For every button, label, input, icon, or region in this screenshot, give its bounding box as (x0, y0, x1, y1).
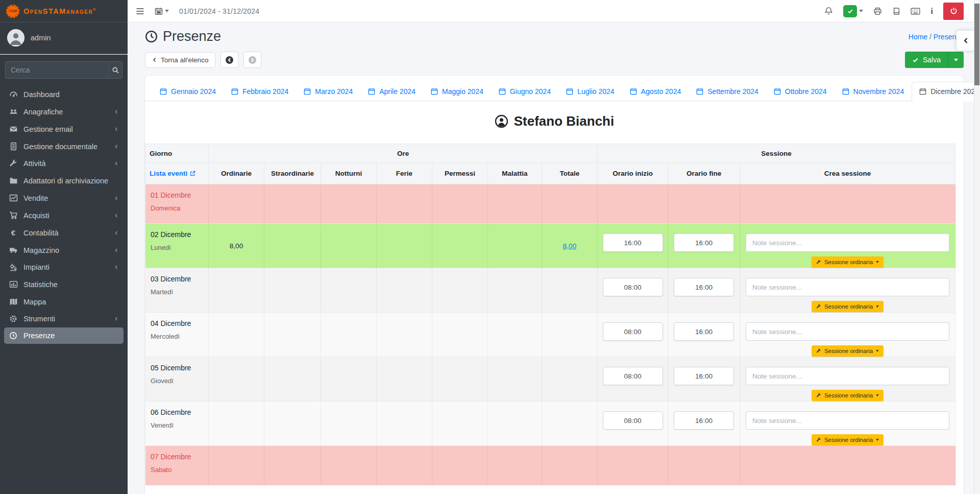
day-cell: 02 DicembreLunedì (145, 224, 209, 268)
users-icon (9, 107, 18, 116)
sidebar-item-statistiche[interactable]: Statistiche (4, 276, 124, 293)
session-note-input[interactable] (746, 411, 949, 430)
print-button[interactable] (873, 7, 882, 15)
scrollbar-track[interactable] (974, 0, 980, 494)
start-time-input[interactable] (603, 411, 663, 430)
session-cell: Sessione ordinaria (740, 357, 955, 402)
tab-settembre-2024[interactable]: Settembre 2024 (689, 82, 766, 101)
session-note-input[interactable] (746, 278, 949, 296)
tab-agosto-2024[interactable]: Agosto 2024 (622, 82, 689, 101)
menu-toggle-button[interactable] (136, 8, 144, 15)
tab-febbraio-2024[interactable]: Febbraio 2024 (224, 82, 296, 101)
calendar-icon (155, 7, 163, 15)
save-button[interactable]: Salva (905, 52, 948, 68)
end-time-input[interactable] (674, 367, 734, 385)
tab-gennaio-2024[interactable]: Gennaio 2024 (152, 82, 224, 101)
end-time-input[interactable] (674, 278, 734, 296)
end-time-cell (668, 313, 740, 357)
sidebar-item-anagrafiche[interactable]: Anagrafiche (4, 103, 124, 120)
sidebar: OSM OpenSTAManager® admin Dashboard Anag… (0, 0, 128, 494)
bell-icon (824, 7, 833, 16)
sidebar-item-vendite[interactable]: Vendite (4, 190, 124, 206)
start-time-input[interactable] (603, 367, 663, 385)
user-name[interactable]: admin (31, 34, 51, 42)
sidebar-item-presenze[interactable]: Presenze (4, 327, 124, 344)
start-time-input[interactable] (603, 322, 663, 341)
event-list-link[interactable]: Lista eventi (150, 170, 195, 177)
sidebar-item-dashboard[interactable]: Dashboard (4, 86, 124, 103)
sidebar-item-label: Impianti (23, 263, 50, 271)
chevron-left-icon (114, 127, 119, 132)
clock-icon (9, 332, 18, 340)
docs-button[interactable] (892, 7, 900, 15)
tab-luglio-2024[interactable]: Luglio 2024 (558, 82, 622, 101)
create-session-button[interactable]: Sessione ordinaria (812, 301, 884, 312)
tab-maggio-2024[interactable]: Maggio 2024 (423, 82, 491, 101)
empty-cell (264, 357, 321, 402)
truck-icon (9, 246, 18, 254)
calendar-icon (566, 88, 573, 95)
sidebar-item-strumenti[interactable]: Strumenti (4, 311, 124, 327)
end-time-cell (668, 224, 740, 268)
session-cell: Sessione ordinaria (740, 224, 955, 268)
sidebar-item-adattatori[interactable]: Adattatori di archiviazione (4, 172, 124, 189)
search-button[interactable] (108, 61, 122, 79)
breadcrumb-home-link[interactable]: Home (909, 33, 927, 41)
create-session-button[interactable]: Sessione ordinaria (812, 434, 884, 445)
session-note-input[interactable] (746, 233, 949, 252)
sidebar-item-gestione-email[interactable]: Gestione email (4, 121, 124, 137)
tab-novembre-2024[interactable]: Novembre 2024 (835, 82, 912, 101)
sidebar-item-magazzino[interactable]: Magazzino (4, 242, 124, 258)
start-time-cell (598, 313, 668, 357)
search-input[interactable] (5, 61, 108, 79)
create-session-button[interactable]: Sessione ordinaria (812, 256, 884, 268)
sidebar-item-gestione-documentale[interactable]: Gestione documentale (4, 138, 124, 155)
sidebar-item-contabilita[interactable]: € Contabilità (4, 224, 124, 241)
ordinarie-value: 8,00 (209, 224, 264, 268)
empty-cell (488, 446, 542, 485)
start-time-input[interactable] (603, 278, 663, 296)
period-filter[interactable]: 01/01/2024 - 31/12/2024 (179, 7, 259, 15)
table-row-day-02: 02 DicembreLunedì 8,00 8,00 Sessione ord… (145, 224, 955, 268)
empty-cell (432, 268, 488, 313)
employee-heading: Stefano Bianchi (145, 113, 964, 129)
table-row-day-04: 04 DicembreMercoledì Sessione ordinaria (145, 313, 955, 357)
previous-record-button[interactable] (220, 52, 238, 68)
session-note-input[interactable] (746, 367, 949, 385)
sidebar-item-acquisti[interactable]: Acquisti (4, 207, 124, 224)
notifications-button[interactable] (824, 7, 833, 16)
next-record-button[interactable] (243, 52, 261, 68)
calendar-dropdown-button[interactable] (155, 7, 169, 15)
scrollbar-thumb[interactable] (974, 4, 979, 85)
brand[interactable]: OSM OpenSTAManager® (0, 0, 128, 22)
start-time-input[interactable] (603, 233, 663, 252)
empty-cell (432, 357, 488, 402)
tab-aprile-2024[interactable]: Aprile 2024 (360, 82, 423, 101)
tab-giugno-2024[interactable]: Giugno 2024 (491, 82, 558, 101)
person-icon (7, 29, 24, 46)
sidebar-item-attivita[interactable]: Attività (4, 155, 124, 172)
create-session-button[interactable]: Sessione ordinaria (812, 390, 884, 401)
end-time-input[interactable] (674, 322, 734, 341)
start-time-cell (598, 268, 668, 313)
session-note-input[interactable] (746, 322, 949, 341)
tab-dicembre-2024[interactable]: Dicembre 2024 (912, 82, 980, 101)
end-time-input[interactable] (674, 411, 734, 430)
logout-button[interactable] (943, 3, 964, 20)
end-time-input[interactable] (674, 233, 734, 252)
back-to-list-button[interactable]: Torna all'elenco (145, 52, 215, 68)
tab-marzo-2024[interactable]: Marzo 2024 (296, 82, 360, 101)
totale-link[interactable]: 8,00 (563, 242, 576, 250)
shortcuts-button[interactable] (911, 8, 920, 15)
save-options-button[interactable] (948, 52, 964, 68)
tasks-dropdown-button[interactable] (843, 5, 863, 17)
sidebar-item-impianti[interactable]: Impianti (4, 259, 124, 275)
info-button[interactable]: i (930, 6, 933, 16)
empty-cell (264, 313, 321, 357)
sidebar-item-mappa[interactable]: Mappa (4, 293, 124, 310)
create-session-button[interactable]: Sessione ordinaria (812, 345, 884, 357)
right-panel-toggle[interactable] (957, 31, 975, 51)
tab-ottobre-2024[interactable]: Ottobre 2024 (766, 82, 835, 101)
empty-cell (377, 402, 432, 446)
col-orario-inizio: Orario inizio (598, 163, 668, 184)
